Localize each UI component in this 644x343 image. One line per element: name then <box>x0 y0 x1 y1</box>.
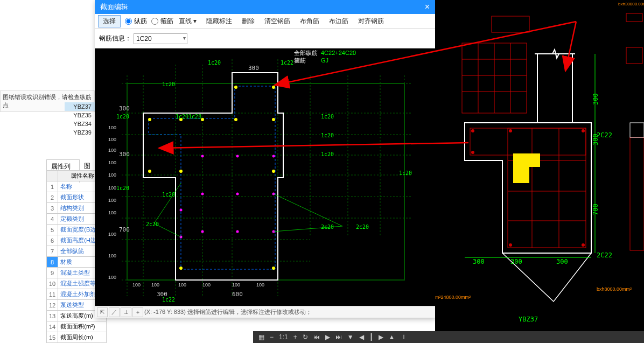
component-item[interactable]: YBZ34 <box>65 120 95 128</box>
svg-point-16 <box>471 151 474 154</box>
table-row[interactable]: 14截面面积(m²) <box>47 321 251 332</box>
table-row[interactable]: 15截面周长(m) <box>47 332 251 343</box>
corner-button[interactable]: 布角筋 <box>296 16 324 27</box>
svg-point-82 <box>201 230 204 233</box>
tool-line-icon[interactable]: ／ <box>109 307 120 317</box>
svg-text:2c20: 2c20 <box>356 224 369 230</box>
svg-text:1c20: 1c20 <box>116 185 129 191</box>
svg-text:1c20: 1c20 <box>116 114 129 120</box>
svg-point-76 <box>201 155 204 158</box>
svg-point-65 <box>272 86 275 89</box>
long-rebar-radio[interactable] <box>125 18 132 25</box>
delete-button[interactable]: 删除 <box>237 16 259 27</box>
grid-icon[interactable]: ▦ <box>258 333 264 341</box>
svg-text:300: 300 <box>119 151 130 158</box>
svg-text:1c20: 1c20 <box>208 60 221 66</box>
svg-text:300: 300 <box>473 258 485 265</box>
dialog-title: 截面编辑 <box>100 2 128 12</box>
component-item[interactable]: YBZ35 <box>65 111 95 120</box>
zoom-in-icon[interactable]: + <box>293 333 297 341</box>
component-item[interactable]: YBZ39 <box>65 128 95 137</box>
bottom-statusbar: ▦ − 1:1 + ↻ ⏮ ▶ ⏭ ▼ ◀ ┃ ▶ ▲ Ｉ <box>253 331 644 343</box>
svg-text:1c201c28: 1c201c28 <box>176 114 201 120</box>
rebar-info-label: 钢筋信息： <box>99 34 131 43</box>
hide-label-button[interactable]: 隐藏标注 <box>202 16 236 27</box>
header-num <box>47 171 58 181</box>
tool-pan-icon[interactable]: ⇱ <box>97 307 108 317</box>
svg-point-77 <box>236 155 239 158</box>
component-item[interactable]: YBZ37 <box>65 102 95 111</box>
clear-rebar-button[interactable]: 清空钢筋 <box>260 16 295 27</box>
down-icon[interactable]: ▼ <box>347 333 354 341</box>
svg-point-66 <box>148 118 151 121</box>
svg-text:700: 700 <box>119 226 130 233</box>
svg-text:1c20: 1c20 <box>162 81 175 87</box>
svg-text:m²24800.00mm²: m²24800.00mm² <box>435 295 471 300</box>
close-icon[interactable]: × <box>425 2 430 12</box>
svg-text:300: 300 <box>510 258 522 265</box>
stirrup-radio[interactable] <box>151 18 158 25</box>
svg-text:100: 100 <box>108 210 116 215</box>
skip-back-icon[interactable]: ⏮ <box>313 333 320 341</box>
svg-text:100: 100 <box>108 160 116 165</box>
component-list: YBZ37 YBZ35 YBZ34 YBZ39 <box>65 102 95 137</box>
select-button[interactable]: 选择 <box>98 15 121 27</box>
svg-text:1c22: 1c22 <box>162 297 175 303</box>
svg-text:1c20: 1c20 <box>321 114 334 120</box>
svg-point-83 <box>236 230 239 233</box>
cursor-icon[interactable]: Ｉ <box>401 333 407 342</box>
svg-text:YBZ37: YBZ37 <box>519 316 538 323</box>
line-button[interactable]: 直线 ▾ <box>174 16 201 27</box>
svg-rect-0 <box>492 16 529 32</box>
svg-text:4C22+24C20: 4C22+24C20 <box>321 50 356 56</box>
svg-text:100: 100 <box>202 282 211 288</box>
play-icon[interactable]: ▶ <box>325 333 330 341</box>
stirrup-label: 箍筋 <box>160 17 173 26</box>
svg-rect-40 <box>630 123 644 137</box>
svg-text:bxh30000.00mm²: bxh30000.00mm² <box>618 2 644 6</box>
svg-text:bxh8000.00mm²: bxh8000.00mm² <box>597 286 632 292</box>
svg-text:700: 700 <box>592 204 599 215</box>
svg-text:100: 100 <box>151 282 159 288</box>
status-coords: (X: -176 Y: 833) 选择钢筋进行编辑，选择标注进行修改或移动； <box>144 308 312 316</box>
svg-text:300: 300 <box>119 105 130 112</box>
svg-point-79 <box>201 193 204 195</box>
up-icon[interactable]: ▲ <box>389 333 395 341</box>
edge-button[interactable]: 布边筋 <box>325 16 353 27</box>
svg-text:100: 100 <box>108 253 116 258</box>
rebar-info-row: 钢筋信息： 1C20 ▾ <box>95 29 435 48</box>
svg-text:100: 100 <box>108 125 116 130</box>
svg-text:1c20: 1c20 <box>399 170 412 176</box>
skip-fwd-icon[interactable]: ⏭ <box>335 333 342 341</box>
tool-plus-icon[interactable]: ＋ <box>132 307 143 317</box>
svg-point-75 <box>272 267 275 270</box>
align-button[interactable]: 对齐钢筋 <box>354 16 388 27</box>
zoom-ratio[interactable]: 1:1 <box>279 333 288 341</box>
svg-text:箍筋: 箍筋 <box>294 57 306 64</box>
svg-text:100: 100 <box>132 282 141 288</box>
cad-drawing: 300 300 300 2C22 2C22 300 300 700 YBZ37 … <box>435 0 644 343</box>
tool-perp-icon[interactable]: ⊥ <box>121 307 131 317</box>
svg-text:100: 100 <box>108 185 116 191</box>
svg-point-78 <box>272 155 275 158</box>
rebar-info-combo[interactable]: 1C20 ▾ <box>134 33 187 44</box>
dropdown-icon: ▾ <box>183 35 186 41</box>
rotate-icon[interactable]: ↻ <box>303 333 308 341</box>
svg-point-15 <box>471 129 474 132</box>
zoom-out-icon[interactable]: − <box>270 333 274 341</box>
svg-text:300: 300 <box>592 93 599 105</box>
cad-viewport[interactable]: 300 300 300 2C22 2C22 300 300 700 YBZ37 … <box>435 0 644 343</box>
svg-text:300: 300 <box>248 65 259 72</box>
right-icon[interactable]: ▶ <box>379 333 383 341</box>
section-canvas[interactable]: 300 300 300 700 300 600 100100100 100100… <box>95 48 435 306</box>
left-icon[interactable]: ◀ <box>359 333 364 341</box>
svg-text:300: 300 <box>592 134 599 145</box>
vbar-icon[interactable]: ┃ <box>369 333 373 341</box>
svg-text:100: 100 <box>108 232 116 237</box>
svg-text:100: 100 <box>108 275 116 280</box>
svg-point-72 <box>179 170 183 173</box>
dialog-toolbar: 选择 纵筋 箍筋 直线 ▾ 隐藏标注 删除 清空钢筋 布角筋 布边筋 对齐钢筋 <box>95 14 435 29</box>
dialog-titlebar[interactable]: 截面编辑 × <box>95 0 435 14</box>
svg-line-129 <box>154 183 181 223</box>
svg-line-130 <box>154 223 181 237</box>
